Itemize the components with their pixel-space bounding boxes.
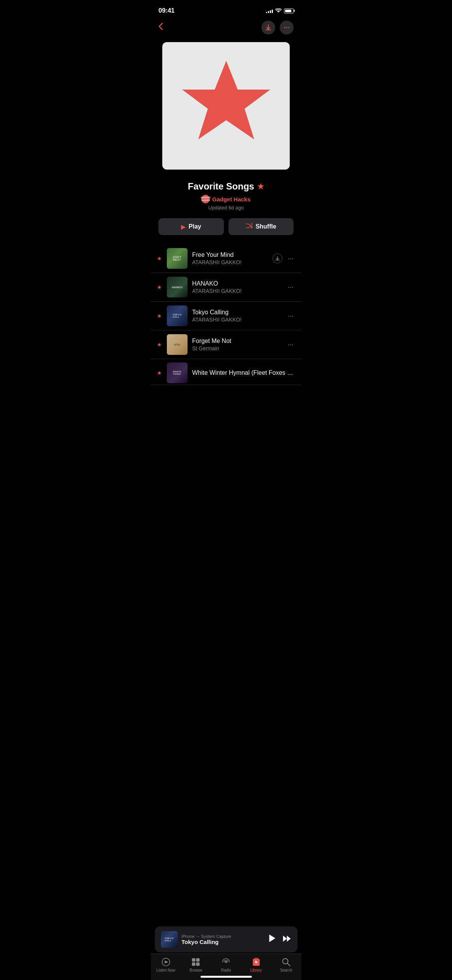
svg-point-2 <box>288 27 289 28</box>
list-item[interactable]: ★ TOKYOCALL Tokyo Calling ATARASHII GAKK… <box>151 302 301 330</box>
song-thumbnail: TOKYOCALL <box>167 305 188 326</box>
back-button[interactable] <box>158 23 163 33</box>
signal-icon <box>266 8 273 13</box>
song-title: Tokyo Calling <box>192 309 282 316</box>
song-star-icon: ★ <box>157 341 162 348</box>
song-info: Tokyo Calling ATARASHII GAKKO! <box>192 309 282 323</box>
song-artist: ATARASHII GAKKO! <box>192 317 282 323</box>
nav-bar <box>151 18 301 38</box>
song-thumbnail: PENTATONIX <box>167 363 188 383</box>
shuffle-label: Shuffle <box>256 223 276 230</box>
song-info: White Winter Hymnal (Fleet Foxes Cover) … <box>192 369 295 376</box>
more-button[interactable] <box>280 21 294 34</box>
song-thumbnail: AGKTNEXT <box>167 248 188 269</box>
battery-icon <box>284 8 294 13</box>
shuffle-icon <box>246 223 253 230</box>
song-title: Free Your Mind <box>192 252 268 258</box>
status-icons <box>266 8 294 13</box>
song-thumbnail: STG <box>167 334 188 355</box>
play-icon: ▶ <box>181 223 186 230</box>
song-actions: ··· <box>286 310 295 322</box>
album-art-container <box>151 38 301 177</box>
playlist-info: Favorite Songs ★ GADGETHACKS Gadget Hack… <box>151 177 301 218</box>
author-avatar: GADGETHACKS <box>201 195 210 203</box>
song-thumbnail: HANKO <box>167 277 188 297</box>
list-item[interactable]: ★ PENTATONIX White Winter Hymnal (Fleet … <box>151 359 301 385</box>
song-artist: ATARASHII GAKKO! <box>192 288 282 294</box>
song-info: HANAKO ATARASHII GAKKO! <box>192 280 282 294</box>
svg-point-0 <box>284 27 286 28</box>
status-bar: 09:41 <box>151 0 301 18</box>
playlist-title: Favorite Songs ★ <box>158 181 294 192</box>
song-star-icon: ★ <box>157 313 162 319</box>
song-artist: ATARASHII GAKKO! <box>192 259 268 265</box>
song-more-button[interactable]: ··· <box>286 339 295 350</box>
shuffle-button[interactable]: Shuffle <box>228 218 294 235</box>
song-more-button[interactable]: ··· <box>286 253 295 264</box>
author-name: Gadget Hacks <box>212 196 250 203</box>
list-item[interactable]: ★ STG Forget Me Not St Germain ··· <box>151 330 301 359</box>
song-title: White Winter Hymnal (Fleet Foxes Cover) <box>192 369 295 376</box>
song-artist: St Germain <box>192 345 282 351</box>
song-title: Forget Me Not <box>192 338 282 345</box>
svg-point-1 <box>286 27 287 28</box>
svg-marker-3 <box>182 61 270 139</box>
song-title: HANAKO <box>192 280 282 287</box>
song-star-icon: ★ <box>157 255 162 261</box>
wifi-icon <box>275 8 282 13</box>
download-button[interactable] <box>261 21 275 34</box>
song-more-button[interactable]: ··· <box>286 310 295 322</box>
song-more-button[interactable]: ··· <box>286 282 295 293</box>
list-item[interactable]: ★ AGKTNEXT Free Your Mind ATARASHII GAKK… <box>151 244 301 273</box>
play-label: Play <box>189 223 201 230</box>
action-buttons: ▶ Play Shuffle <box>151 218 301 244</box>
song-info: Free Your Mind ATARASHII GAKKO! <box>192 252 268 265</box>
song-actions: ··· <box>286 339 295 350</box>
song-actions: ··· <box>286 282 295 293</box>
song-star-icon: ★ <box>157 370 162 376</box>
play-button[interactable]: ▶ Play <box>158 218 224 235</box>
song-actions: ··· <box>273 253 295 264</box>
song-star-icon: ★ <box>157 284 162 290</box>
song-list: ★ AGKTNEXT Free Your Mind ATARASHII GAKK… <box>151 244 301 385</box>
status-time: 09:41 <box>158 7 175 15</box>
nav-right-actions <box>261 21 294 34</box>
star-icon <box>176 53 276 158</box>
album-art <box>162 42 290 170</box>
song-info: Forget Me Not St Germain <box>192 338 282 351</box>
updated-text: Updated 6d ago <box>158 205 294 211</box>
list-item[interactable]: ★ HANKO HANAKO ATARASHII GAKKO! ··· <box>151 273 301 302</box>
playlist-author[interactable]: GADGETHACKS Gadget Hacks <box>158 195 294 203</box>
download-song-button[interactable] <box>273 253 282 263</box>
favorite-star-icon: ★ <box>257 182 264 191</box>
